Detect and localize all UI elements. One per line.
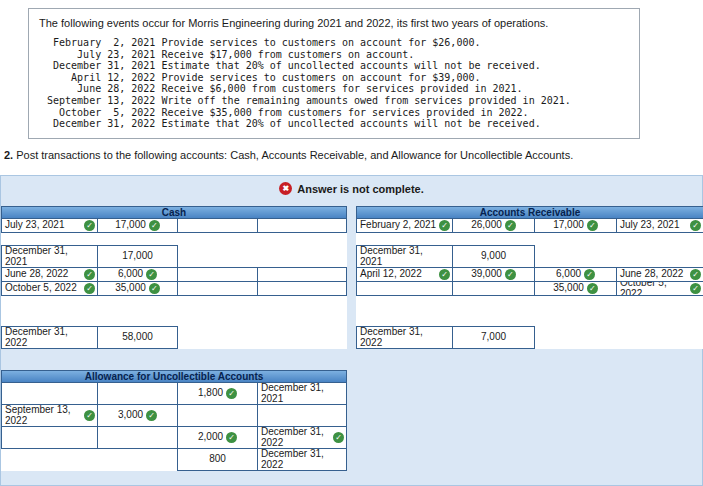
answer-status-alert: ✖ Answer is not complete.: [1, 182, 702, 195]
taccount-debit-amount-cell[interactable]: 26,000✓: [452, 218, 535, 233]
taccount-date-left-cell[interactable]: December 31, 2021: [356, 245, 453, 268]
taccount-row: 35,000✓October 5, 2022✓: [356, 281, 703, 296]
correct-check-icon: ✓: [226, 432, 237, 443]
error-x-icon: ✖: [279, 182, 292, 195]
taccount-credit-amount-cell[interactable]: 2,000✓: [177, 426, 258, 449]
taccount-date-left-cell[interactable]: [1, 426, 98, 449]
taccount-debit-amount-cell[interactable]: [452, 281, 535, 296]
taccount-credit-amount-cell[interactable]: [177, 404, 258, 427]
problem-statement-box: The following events occur for Morris En…: [28, 8, 640, 139]
taccount-date-right-cell: [616, 326, 703, 349]
taccount-cell-text: 3,000: [118, 410, 143, 421]
taccount-debit-amount-cell[interactable]: 7,000: [452, 326, 535, 349]
taccount-date-left-cell[interactable]: April 12, 2022✓: [356, 267, 453, 282]
taccount-row: September 13, 2022✓3,000✓: [1, 404, 347, 427]
taccount-date-right-cell[interactable]: July 23, 2021✓: [616, 218, 703, 233]
taccount-cell-text: 9,000: [481, 251, 506, 262]
requirement-number: 2.: [4, 149, 13, 161]
taccount-cell-text: 35,000: [115, 283, 146, 294]
taccount-debit-amount-cell[interactable]: [97, 382, 178, 405]
taccount-date-left-cell[interactable]: October 5, 2022✓: [1, 281, 98, 296]
taccount-credit-amount-cell: [534, 326, 617, 349]
taccount-row: December 31, 202258,000: [1, 326, 347, 349]
taccount-cell-text: 35,000: [553, 283, 584, 294]
correct-check-icon: ✓: [146, 269, 157, 280]
taccount-date-right-cell[interactable]: December 31, 2022: [257, 448, 347, 471]
taccount-date-left-cell[interactable]: [356, 281, 453, 296]
correct-check-icon: ✓: [587, 220, 598, 231]
taccount-debit-amount-cell[interactable]: 17,000: [97, 245, 178, 268]
taccount-date-left-cell[interactable]: September 13, 2022✓: [1, 404, 98, 427]
taccount-date-right-cell[interactable]: June 28, 2022✓: [616, 267, 703, 282]
taccount-credit-amount-cell[interactable]: [177, 218, 258, 233]
taccount-credit-amount-cell[interactable]: [177, 267, 258, 282]
taccount-date-right-cell[interactable]: December 31, 2021: [257, 382, 347, 405]
taccount-debit-amount-cell[interactable]: 3,000✓: [97, 404, 178, 427]
taccount-date-left-cell[interactable]: June 28, 2022✓: [1, 267, 98, 282]
taccount-cell-text: December 31, 2022: [5, 327, 68, 348]
taccount-date-right-cell: [616, 245, 703, 268]
taccount-date-right-cell[interactable]: [257, 281, 347, 296]
correct-check-icon: ✓: [584, 269, 595, 280]
taccount-cell-text: 1,800: [198, 388, 223, 399]
taccount-date-left-cell[interactable]: December 31, 2022: [356, 326, 453, 349]
taccount-cell-text: 17,000: [122, 251, 153, 262]
taccount-row: July 23, 2021✓17,000✓: [1, 218, 347, 233]
taccount-debit-amount-cell[interactable]: 17,000✓: [97, 218, 178, 233]
taccount-credit-amount-cell: [177, 245, 258, 268]
taccount-debit-amount-cell[interactable]: 39,000✓: [452, 267, 535, 282]
taccount-debit-amount-cell[interactable]: 58,000: [97, 326, 178, 349]
taccount-cell-text: December 31, 2022: [261, 427, 324, 448]
row-gap: [1, 296, 347, 327]
correct-check-icon: ✓: [333, 432, 344, 443]
taccount-date-left-cell[interactable]: February 2, 2021✓: [356, 218, 453, 233]
taccount-debit-amount-cell[interactable]: 9,000: [452, 245, 535, 268]
taccount-credit-amount-cell[interactable]: [177, 281, 258, 296]
taccount-cell-text: December 31, 2022: [360, 327, 423, 348]
taccount-credit-amount-cell[interactable]: 800: [177, 448, 258, 471]
taccount-cell-text: 800: [209, 454, 226, 465]
taccount-credit-amount-cell[interactable]: 1,800✓: [177, 382, 258, 405]
taccount-row: December 31, 20219,000: [356, 245, 703, 268]
taccount-cell-text: October 5, 2022: [5, 283, 77, 294]
taccount-date-right-cell[interactable]: [257, 404, 347, 427]
taccount-credit-amount-cell: [177, 326, 258, 349]
taccount-cell-text: December 31, 2021: [5, 246, 68, 267]
correct-check-icon: ✓: [505, 220, 516, 231]
taccount-credit-amount-cell[interactable]: 17,000✓: [534, 218, 617, 233]
taccount-cell-text: 58,000: [122, 332, 153, 343]
taccount-date-right-cell[interactable]: December 31, 2022✓: [257, 426, 347, 449]
taccount-row: April 12, 2022✓39,000✓6,000✓June 28, 202…: [356, 267, 703, 282]
answer-panel: ✖ Answer is not complete. CashJuly 23, 2…: [0, 175, 703, 486]
taccount-debit-amount-cell[interactable]: 6,000✓: [97, 267, 178, 282]
taccount-date-right-cell[interactable]: [257, 218, 347, 233]
requirement-2-instruction: 2.Post transactions to the following acc…: [4, 149, 573, 161]
taccount-cell-text: 17,000: [553, 220, 584, 231]
taccount-cell-text: 6,000: [118, 269, 143, 280]
taccount-credit-amount-cell[interactable]: 6,000✓: [534, 267, 617, 282]
taccount-cell-text: June 28, 2022: [5, 269, 68, 280]
taccount-row: December 31, 202117,000: [1, 245, 347, 268]
taccount-date-left-cell[interactable]: July 23, 2021✓: [1, 218, 98, 233]
answer-status-text: Answer is not complete.: [297, 183, 424, 195]
taccount-date-right-cell: [257, 326, 347, 349]
taccount-debit-amount-cell[interactable]: [97, 426, 178, 449]
requirement-text: Post transactions to the following accou…: [16, 149, 573, 161]
taccount-date-right-cell[interactable]: October 5, 2022✓: [616, 281, 703, 296]
correct-check-icon: ✓: [84, 269, 95, 280]
taccount-debit-amount-cell[interactable]: 35,000✓: [97, 281, 178, 296]
taccount-cell-text: 2,000: [198, 432, 223, 443]
taccount-date-left-cell[interactable]: December 31, 2022: [1, 326, 98, 349]
taccount-date-left-cell[interactable]: December 31, 2021: [1, 245, 98, 268]
taccount-row: October 5, 2022✓35,000✓: [1, 281, 347, 296]
taccount-cell-text: December 31, 2021: [360, 246, 423, 267]
taccount-date-right-cell[interactable]: [257, 267, 347, 282]
taccount-cell-text: December 31, 2022: [261, 449, 324, 470]
taccount-row: 2,000✓December 31, 2022✓: [1, 426, 347, 449]
taccount-debit-amount-cell: [97, 448, 178, 471]
taccount-row: 800December 31, 2022: [1, 448, 347, 471]
correct-check-icon: ✓: [149, 283, 160, 294]
taccount-cell-text: 7,000: [481, 332, 506, 343]
taccount-date-left-cell[interactable]: [1, 382, 98, 405]
taccount-credit-amount-cell[interactable]: 35,000✓: [534, 281, 617, 296]
